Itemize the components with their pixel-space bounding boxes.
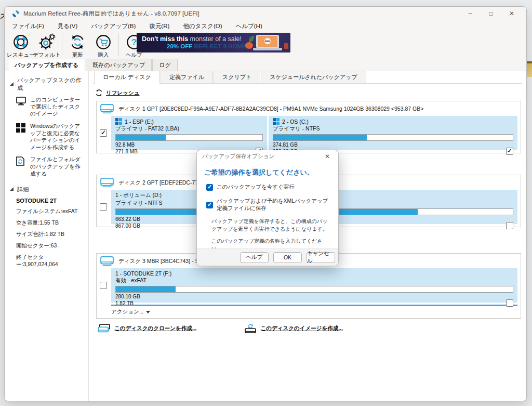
- detail-filesystem: ファイルシステム:exFAT: [16, 208, 85, 215]
- dialog-title: バックアップ保存オプション: [202, 153, 321, 160]
- image-disk-link[interactable]: このディスクのイメージを作成...: [244, 323, 342, 334]
- disk-action-links: このディスクのクローンを作成... このディスクのイメージを作成...: [97, 323, 522, 334]
- image-disk-label: このディスクのイメージを作成...: [260, 325, 342, 332]
- purchase-button[interactable]: 購入: [90, 32, 116, 59]
- maximize-button[interactable]: □: [481, 7, 501, 20]
- banner-line1: Don't miss this monster of a sale!: [142, 35, 242, 43]
- partition-type: プライマリ - FAT32 (LBA): [115, 125, 263, 133]
- volume-details: SOTODUKE 2T ファイルシステム:exFAT 空き容量:1.55 TB …: [16, 198, 85, 268]
- minimize-button[interactable]: –: [460, 7, 481, 20]
- ok-button[interactable]: OK: [273, 252, 302, 263]
- menu-help[interactable]: ヘルプ(H): [235, 22, 262, 30]
- menu-other-tasks[interactable]: 他のタスク(O): [183, 22, 222, 30]
- tab-scheduled-backups[interactable]: スケジュールされたバックアップ: [261, 71, 366, 83]
- refresh-label: リフレッシュ: [106, 89, 139, 97]
- sidebar-section-backup-tasks[interactable]: バックアップタスクの作成: [10, 76, 85, 92]
- menu-bar: ファイル(F) 見る(V) バックアップ(B) 復元(R) 他のタスク(O) ヘ…: [5, 20, 526, 32]
- banner-mummy-art: [264, 38, 271, 44]
- refresh-link[interactable]: リフレッシュ: [95, 89, 522, 97]
- tab-create-backup[interactable]: バックアップを作成する: [8, 59, 85, 71]
- disk-checkbox[interactable]: [100, 203, 107, 211]
- defaults-button[interactable]: デフォルト: [34, 32, 60, 59]
- run-now-checkbox[interactable]: [206, 184, 213, 191]
- toolbar-separator: [118, 33, 119, 56]
- item-label: Windowsのバックアップと復元に必要なパーティションのイメージを作成する: [30, 123, 85, 151]
- partition-checkbox[interactable]: [506, 222, 513, 229]
- partition-sizes: 663.22 GB 867.00 GB: [115, 216, 140, 229]
- update-button[interactable]: 更新: [64, 32, 90, 59]
- dialog-close-icon[interactable]: ✕: [321, 153, 334, 160]
- disk-card-1: ディスク 1 GPT [20E8C8ED-F99A-A9E7-ADF7-8B2A…: [96, 101, 521, 153]
- disk-checkbox[interactable]: [100, 129, 107, 137]
- partition-tile-os[interactable]: 2 - OS (C:) プライマリ - NTFS 374.81 GB 953.6…: [269, 116, 517, 150]
- run-now-label: このバックアップを今すぐ実行: [217, 184, 295, 191]
- disk-tabstrip: ローカル ディスク 定義ファイル スクリプト スケジュールされたバックアップ: [93, 71, 522, 84]
- help-dialog-button[interactable]: ヘルプ: [240, 252, 269, 263]
- defaults-label: デフォルト: [33, 51, 61, 59]
- option-save-xml[interactable]: バックアップおよび予約をXMLバックアップ定義ファイルに保存: [206, 198, 331, 212]
- sidebar: バックアップタスクの作成 このコンピューターで選択したディスクのイメージ Win…: [5, 71, 89, 401]
- desktop-peek-window: [527, 61, 532, 77]
- tab-definition-files[interactable]: 定義ファイル: [161, 71, 213, 83]
- disk-icon: [100, 177, 114, 189]
- windows-logo-icon: [16, 123, 26, 151]
- refresh-icon: [95, 89, 103, 97]
- rescue-label: レスキュー: [7, 51, 34, 59]
- partition-type: 有効 - exFAT: [115, 277, 513, 284]
- sidebar-item-file-folder-backup[interactable]: ファイルとフォルダのバックアップを作成する: [16, 156, 85, 177]
- disk-checkbox[interactable]: [100, 282, 107, 289]
- disk-title: ディスク 1 GPT [20E8C8ED-F99A-A9E7-ADF7-8B2A…: [118, 106, 423, 113]
- usage-bar: [273, 134, 513, 141]
- tab-existing-backups[interactable]: 既存のバックアップ: [86, 59, 152, 71]
- option-run-now[interactable]: このバックアップを今すぐ実行: [206, 184, 331, 191]
- partition-windows-icon: [115, 118, 122, 125]
- partition-name: 1 - ボリューム (D:): [115, 192, 162, 199]
- detail-free-space: 空き容量:1.55 TB: [16, 219, 85, 227]
- partition-name: 2 - OS (C:): [282, 119, 309, 125]
- clone-disk-link[interactable]: このディスクのクローンを作成...: [97, 323, 196, 334]
- tab-log[interactable]: ログ: [152, 59, 178, 71]
- toolbar: レスキュー デフォルト: [5, 32, 526, 59]
- update-label: 更新: [72, 51, 83, 59]
- sidebar-item-image-disks[interactable]: このコンピューターで選択したディスクのイメージ: [16, 96, 85, 117]
- menu-backup[interactable]: バックアップ(B): [91, 22, 136, 30]
- sidebar-section-details[interactable]: 詳細: [10, 186, 85, 193]
- save-xml-label: バックアップおよび予約をXMLバックアップ定義ファイルに保存: [217, 198, 331, 212]
- partition-sizes: 92.8 MB 271.8 MB: [115, 142, 138, 155]
- cancel-button[interactable]: キャンセル: [307, 252, 335, 263]
- menu-file[interactable]: ファイル(F): [12, 22, 44, 30]
- sidebar-item-windows-partitions[interactable]: Windowsのバックアップと復元に必要なパーティションのイメージを作成する: [16, 123, 85, 151]
- partition-tile-esp[interactable]: 1 - ESP (E:) プライマリ - FAT32 (LBA) 92.8 MB…: [111, 116, 267, 150]
- rescue-button[interactable]: レスキュー: [8, 32, 34, 59]
- tab-local-disks[interactable]: ローカル ディスク: [94, 71, 160, 84]
- clone-disk-icon: [97, 323, 111, 334]
- refresh-icon: [69, 33, 86, 51]
- monitor-icon: [16, 96, 26, 117]
- dialog-footer: ヘルプ OK キャンセル: [197, 248, 338, 266]
- window-title: Macrium Reflect Free-商用目的ではありません - v8.0.…: [23, 10, 460, 18]
- image-disk-icon: [244, 323, 257, 334]
- tab-scripts[interactable]: スクリプト: [214, 71, 260, 83]
- close-button[interactable]: ✕: [501, 7, 522, 20]
- item-label: このコンピューターで選択したディスクのイメージ: [30, 96, 85, 117]
- section-title: 詳細: [17, 186, 29, 193]
- partition-checkbox[interactable]: [506, 148, 513, 155]
- actions-dropdown[interactable]: アクション...: [97, 306, 521, 318]
- partition-tile-sotoduke[interactable]: 1 - SOTODUKE 2T (F:) 有効 - exFAT 280.10 G…: [111, 268, 517, 303]
- partition-name: 1 - ESP (E:): [125, 119, 154, 125]
- toolbar-separator: [62, 33, 62, 56]
- banner-mug-art: [284, 43, 288, 49]
- banner-laptop-art: [256, 35, 279, 48]
- definition-note: バックアップ定義を保存すると、この構成のバックアップを素早く再実行できるようにな…: [211, 218, 331, 233]
- promo-banner[interactable]: Don't miss this monster of a sale! 20% O…: [137, 33, 290, 53]
- menu-view[interactable]: 見る(V): [58, 22, 78, 30]
- actions-label: アクション...: [111, 308, 143, 316]
- detail-total-size: サイズ合計:1.82 TB: [16, 231, 85, 238]
- partition-checkbox[interactable]: [506, 299, 513, 307]
- menu-restore[interactable]: 復元(R): [149, 22, 169, 30]
- life-buoy-icon: [12, 33, 30, 51]
- dialog-heading: ご希望の操作を選択してください。: [204, 168, 331, 177]
- macrium-logo-icon: [12, 10, 20, 18]
- banner-pumpkin-art: [245, 42, 253, 49]
- save-xml-checkbox[interactable]: [206, 202, 213, 208]
